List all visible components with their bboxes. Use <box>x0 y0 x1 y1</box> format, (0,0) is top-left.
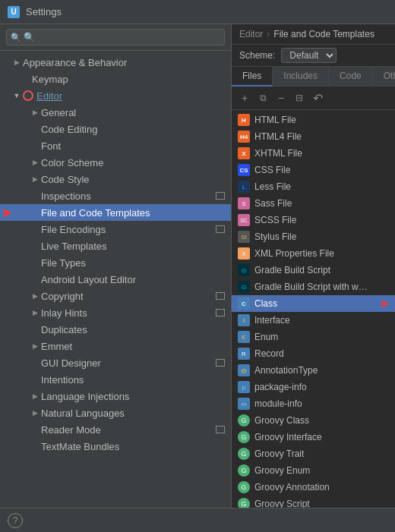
list-item[interactable]: G Gradle Build Script <box>232 262 395 279</box>
sidebar-item-live-templates[interactable]: Live Templates <box>0 238 231 254</box>
sidebar-item-label: Code Editing <box>41 124 225 135</box>
sidebar-item-file-code-templates[interactable]: ➤ File and Code Templates <box>0 204 231 221</box>
file-list: H HTML File H4 HTML4 File X XHTML File C… <box>232 110 395 508</box>
search-input[interactable] <box>6 29 225 46</box>
html-file-icon: H <box>238 114 250 126</box>
tabs-bar: Files Includes Code Oth... <box>232 67 395 87</box>
tab-code[interactable]: Code <box>329 67 373 86</box>
file-item-label: Stylus File <box>254 231 296 242</box>
groovy-interface-icon: G <box>238 431 250 443</box>
add-button[interactable]: + <box>236 90 253 106</box>
sidebar-item-label: Code Style <box>41 174 225 185</box>
sidebar-item-inspections[interactable]: Inspections <box>0 187 231 204</box>
sidebar-item-label: Editor <box>36 90 225 102</box>
sidebar-item-label: Intentions <box>41 374 225 386</box>
file-item-label: HTML File <box>254 115 296 125</box>
sidebar-item-general[interactable]: ▶ General <box>0 104 231 121</box>
sidebar-item-natural-languages[interactable]: ▶ Natural Languages <box>0 405 231 421</box>
enum-file-icon: E <box>238 331 250 343</box>
sidebar-item-android-layout[interactable]: Android Layout Editor <box>0 271 231 288</box>
chevron-right-icon: ▶ <box>30 392 40 401</box>
list-item-module-info[interactable]: m module-info <box>232 395 395 412</box>
list-item-groovy-interface[interactable]: G Groovy Interface <box>232 429 395 445</box>
sidebar-item-color-scheme[interactable]: ▶ Color Scheme <box>0 154 231 171</box>
list-item[interactable]: X XHTML File <box>232 145 395 162</box>
sidebar-item-label: TextMate Bundles <box>41 441 225 452</box>
tab-includes[interactable]: Includes <box>273 67 329 86</box>
less-file-icon: L <box>238 181 250 193</box>
list-item[interactable]: H4 HTML4 File <box>232 128 395 145</box>
copy-button[interactable]: ⧉ <box>254 90 271 106</box>
sidebar-item-inlay-hints[interactable]: ▶ Inlay Hints <box>0 304 231 321</box>
list-item[interactable]: X XML Properties File <box>232 245 395 262</box>
tab-other[interactable]: Oth... <box>373 67 395 86</box>
list-item-groovy-enum[interactable]: G Groovy Enum <box>232 462 395 479</box>
list-item-groovy-class[interactable]: G Groovy Class <box>232 412 395 429</box>
chevron-right-icon: ▶ <box>30 291 40 301</box>
file-item-label: Groovy Script <box>254 499 310 508</box>
scheme-dropdown[interactable]: Default <box>281 48 337 63</box>
sidebar-item-appearance[interactable]: ▶ Appearance & Behavior <box>0 54 231 71</box>
sidebar-item-duplicates[interactable]: Duplicates <box>0 321 231 338</box>
file-item-label: Gradle Build Script with wrapp <box>254 282 368 292</box>
file-item-label: Less File <box>254 181 291 192</box>
help-button[interactable]: ? <box>8 513 23 528</box>
sidebar-item-label: Font <box>41 140 225 152</box>
sidebar-item-font[interactable]: Font <box>0 137 231 154</box>
sass-file-icon: S <box>238 197 250 209</box>
list-item[interactable]: SC SCSS File <box>232 212 395 228</box>
css-file-icon: CS <box>238 164 250 176</box>
sidebar-item-emmet[interactable]: ▶ Emmet <box>0 338 231 354</box>
groovy-class-icon: G <box>238 414 250 427</box>
sidebar-item-label: GUI Designer <box>41 357 216 369</box>
remove-button[interactable]: − <box>273 90 289 106</box>
scheme-label: Scheme: <box>239 50 275 61</box>
tab-files[interactable]: Files <box>232 67 273 87</box>
sidebar-item-label: Live Templates <box>41 241 225 252</box>
list-item[interactable]: St Stylus File <box>232 228 395 245</box>
list-item-groovy-annotation[interactable]: G Groovy Annotation <box>232 479 395 496</box>
red-arrow-icon: ➤ <box>2 206 11 220</box>
list-item[interactable]: G Gradle Build Script with wrapp <box>232 279 395 295</box>
sidebar-item-label: Duplicates <box>41 324 225 335</box>
list-item-groovy-trait[interactable]: G Groovy Trait <box>232 445 395 462</box>
sidebar-item-code-editing[interactable]: Code Editing <box>0 121 231 137</box>
list-item-package-info[interactable]: p package-info <box>232 379 395 395</box>
chevron-right-icon: ▶ <box>30 342 40 351</box>
list-item[interactable]: S Sass File <box>232 195 395 212</box>
file-item-label: Groovy Enum <box>254 465 310 476</box>
file-item-label: Groovy Trait <box>254 449 304 459</box>
breadcrumb-editor: Editor <box>239 29 263 39</box>
groovy-script-icon: G <box>238 498 250 508</box>
sidebar-item-language-injections[interactable]: ▶ Language Injections <box>0 388 231 405</box>
gradle-file-icon: G <box>238 264 250 276</box>
file-item-label: Sass File <box>254 198 292 209</box>
editor-circle-icon <box>23 90 33 101</box>
sidebar-item-file-types[interactable]: File Types <box>0 254 231 271</box>
sidebar-item-code-style[interactable]: ▶ Code Style <box>0 171 231 187</box>
list-item-groovy-script[interactable]: G Groovy Script <box>232 496 395 508</box>
list-item-record[interactable]: R Record <box>232 345 395 362</box>
duplicate-button[interactable]: ⊟ <box>291 90 308 106</box>
list-item-class[interactable]: C Class ➤ <box>232 295 395 312</box>
list-item[interactable]: L Less File <box>232 178 395 195</box>
list-item[interactable]: CS CSS File <box>232 162 395 178</box>
list-item-enum[interactable]: E Enum <box>232 329 395 345</box>
list-item-annotation[interactable]: @ AnnotationType <box>232 362 395 379</box>
sidebar-item-gui-designer[interactable]: GUI Designer <box>0 354 231 371</box>
sidebar-item-label: Inlay Hints <box>41 307 216 319</box>
sidebar-item-intentions[interactable]: Intentions <box>0 371 231 388</box>
sidebar-item-reader-mode[interactable]: Reader Mode <box>0 421 231 438</box>
sidebar-item-copyright[interactable]: ▶ Copyright <box>0 288 231 304</box>
file-item-label: module-info <box>254 398 302 409</box>
sidebar-item-file-encodings[interactable]: File Encodings <box>0 221 231 238</box>
list-item-interface[interactable]: I Interface <box>232 312 395 329</box>
window-icon <box>216 192 225 200</box>
reset-button[interactable]: ↶ <box>309 90 326 106</box>
file-item-label: SCSS File <box>254 215 296 225</box>
file-item-label: HTML4 File <box>254 131 302 142</box>
sidebar-item-keymap[interactable]: Keymap <box>0 71 231 87</box>
list-item[interactable]: H HTML File <box>232 112 395 128</box>
sidebar-item-editor[interactable]: ▼ Editor <box>0 87 231 104</box>
sidebar-item-textmate-bundles[interactable]: TextMate Bundles <box>0 438 231 455</box>
